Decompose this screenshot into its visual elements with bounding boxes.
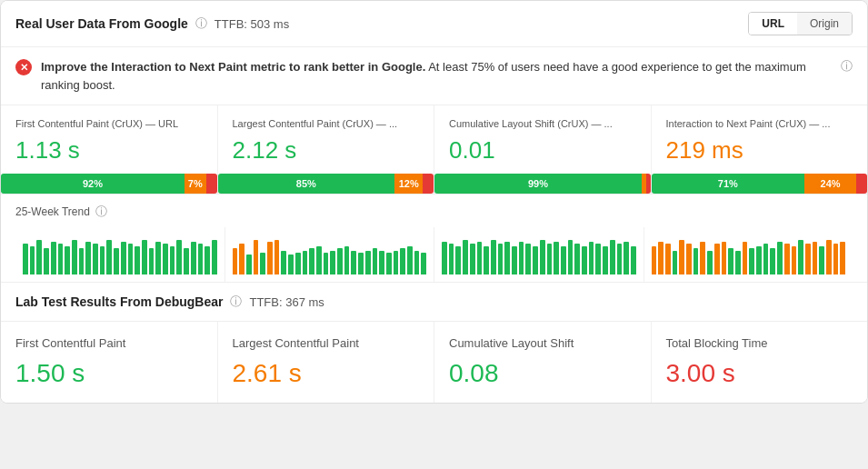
trend-bar-3-19 (784, 244, 790, 274)
crux-card-3: Interaction to Next Paint (CrUX) — ...21… (652, 105, 868, 194)
alert-help-icon[interactable]: ⓘ (841, 58, 853, 75)
trend-bar-2-14 (540, 240, 545, 274)
lab-card-value-2: 0.08 (449, 359, 636, 388)
trend-bar-1-7 (281, 251, 286, 274)
trend-bar-0-4 (51, 242, 56, 274)
lab-title: Lab Test Results From DebugBear (15, 294, 223, 309)
trend-bar-3-14 (749, 248, 754, 274)
trend-bar-3-5 (686, 244, 692, 274)
trend-bar-3-17 (770, 248, 775, 274)
progress-segment-0-1: 7% (185, 174, 206, 194)
trend-bar-1-18 (358, 253, 364, 274)
trend-bar-3-15 (756, 246, 762, 274)
trend-bar-0-26 (205, 246, 210, 274)
trend-bar-0-1 (30, 246, 35, 274)
trend-section: 25-Week Trend ⓘ (1, 195, 867, 283)
lab-card-2: Cumulative Layout Shift0.08 (434, 322, 651, 403)
trend-bar-2-11 (519, 242, 524, 274)
trend-bar-1-27 (421, 253, 426, 274)
trend-bar-0-13 (114, 248, 119, 274)
trend-bar-2-21 (589, 242, 594, 274)
progress-segment-0-2 (206, 174, 217, 194)
trend-chart-2 (434, 227, 644, 282)
crux-card-label-0: First Contentful Paint (CrUX) — URL (15, 118, 203, 129)
trend-bar-1-11 (309, 248, 314, 274)
trend-bar-2-15 (547, 244, 553, 274)
trend-bar-1-1 (239, 244, 244, 274)
crux-card-0: First Contentful Paint (CrUX) — URL1.13 … (1, 105, 217, 194)
crux-cards-section: First Contentful Paint (CrUX) — URL1.13 … (1, 105, 867, 195)
trend-bar-0-19 (155, 242, 161, 274)
trend-bar-3-0 (652, 246, 657, 274)
trend-bar-2-10 (512, 246, 517, 274)
progress-segment-1-1: 12% (394, 174, 423, 194)
trend-bar-2-22 (595, 244, 601, 274)
trend-bar-3-26 (833, 244, 839, 274)
trend-bar-0-14 (121, 242, 126, 274)
trend-bar-3-24 (819, 246, 824, 274)
trend-bar-1-2 (246, 254, 252, 274)
trend-bar-1-26 (414, 251, 420, 274)
trend-bar-1-10 (303, 251, 308, 274)
trend-bar-1-5 (267, 242, 273, 274)
trend-info-icon[interactable]: ⓘ (95, 204, 107, 220)
trend-bar-3-20 (792, 246, 797, 274)
crux-card-value-0: 1.13 s (15, 136, 203, 165)
trend-bar-0-7 (72, 240, 77, 274)
trend-bar-2-5 (477, 242, 483, 274)
trend-bar-3-3 (673, 251, 678, 274)
lab-card-1: Largest Contentful Paint2.61 s (218, 322, 434, 403)
trend-bar-2-17 (561, 246, 566, 274)
trend-bar-2-4 (470, 244, 475, 274)
trend-bar-0-24 (191, 242, 196, 274)
crux-card-2: Cumulative Layout Shift (CrUX) — ...0.01… (434, 105, 651, 194)
trend-bar-3-4 (679, 240, 684, 274)
trend-bar-2-13 (533, 246, 538, 274)
trend-bar-3-10 (722, 242, 727, 274)
trend-bar-3-12 (735, 251, 741, 274)
trend-bar-3-18 (777, 242, 783, 274)
trend-bar-3-16 (763, 244, 769, 274)
lab-cards-section: First Contentful Paint1.50 sLargest Cont… (1, 322, 867, 403)
trend-bar-2-6 (484, 246, 489, 274)
trend-bar-3-21 (798, 240, 803, 274)
url-toggle-btn[interactable]: URL (749, 13, 797, 35)
crux-card-label-1: Largest Contentful Paint (CrUX) — ... (233, 118, 420, 129)
trend-bar-3-11 (728, 248, 733, 274)
trend-bar-1-16 (344, 246, 350, 274)
lab-header: Lab Test Results From DebugBear ⓘ TTFB: … (1, 283, 867, 322)
alert-close-icon[interactable]: ✕ (15, 59, 32, 75)
lab-info-icon[interactable]: ⓘ (230, 294, 242, 310)
trend-label: 25-Week Trend ⓘ (15, 204, 853, 220)
trend-bar-1-19 (365, 251, 371, 274)
progress-segment-0-0: 92% (1, 174, 185, 194)
trend-bar-2-27 (631, 246, 636, 274)
trend-bar-3-6 (693, 248, 699, 274)
alert-bar: ✕ Improve the Interaction to Next Paint … (1, 47, 867, 105)
lab-card-value-0: 1.50 s (15, 359, 203, 388)
crux-card-1: Largest Contentful Paint (CrUX) — ...2.1… (218, 105, 434, 194)
lab-card-0: First Contentful Paint1.50 s (1, 322, 217, 403)
trend-bar-0-5 (58, 244, 64, 274)
header-info-icon[interactable]: ⓘ (195, 15, 207, 32)
trend-chart-1 (225, 227, 434, 282)
trend-bar-1-20 (373, 248, 378, 274)
trend-bar-2-18 (568, 240, 574, 274)
trend-bar-3-7 (700, 242, 705, 274)
header-ttfb: TTFB: 503 ms (215, 17, 289, 31)
trend-bar-0-2 (36, 240, 42, 274)
trend-bar-3-2 (665, 244, 671, 274)
trend-bar-3-13 (743, 242, 748, 274)
crux-card-label-3: Interaction to Next Paint (CrUX) — ... (666, 118, 853, 129)
origin-toggle-btn[interactable]: Origin (797, 13, 852, 35)
trend-bar-1-22 (386, 253, 392, 274)
lab-card-3: Total Blocking Time3.00 s (652, 322, 868, 403)
trend-bar-2-26 (624, 242, 629, 274)
trend-bar-1-14 (330, 251, 335, 274)
trend-bar-2-20 (582, 246, 587, 274)
trend-bar-2-16 (554, 242, 559, 274)
trend-bar-2-0 (442, 242, 447, 274)
trend-bar-1-6 (274, 240, 280, 274)
crux-card-value-2: 0.01 (449, 136, 636, 165)
trend-bar-2-2 (455, 246, 461, 274)
